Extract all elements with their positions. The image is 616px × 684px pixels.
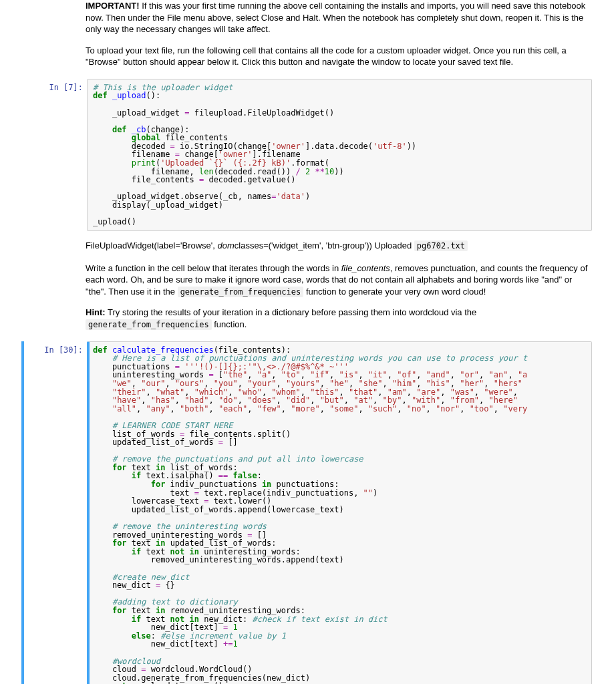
md-code: generate_from_frequencies (86, 319, 212, 330)
uploaded-filename: pg6702.txt (414, 240, 468, 251)
md-paragraph: Hint: Try storing the results of your it… (86, 307, 589, 330)
cell-body[interactable]: # This is the uploader widget def _uploa… (87, 79, 592, 231)
output-text: FileUploadWidget(label='Browse', (86, 240, 218, 250)
markdown-instructions: Write a function in the cell below that … (86, 263, 589, 331)
cell-prompt: In [30]: (24, 341, 87, 684)
code-content[interactable]: def calculate_frequencies(file_contents)… (93, 346, 586, 684)
markdown-important: IMPORTANT! If this was your first time r… (86, 0, 589, 68)
output-em: dom (218, 240, 235, 250)
md-text: function. (212, 319, 247, 329)
notebook-page: IMPORTANT! If this was your first time r… (0, 0, 616, 684)
md-text: function to generate your very own word … (303, 287, 486, 297)
code-cell-30: In [30]: def calculate_frequencies(file_… (24, 341, 592, 684)
md-em: file_contents (341, 263, 390, 273)
md-paragraph: IMPORTANT! If this was your first time r… (86, 0, 589, 35)
md-text: Write a function in the cell below that … (86, 263, 341, 273)
output-text: classes=('widget_item', 'btn-group')) Up… (235, 240, 414, 250)
code-content[interactable]: # This is the uploader widget def _uploa… (93, 83, 586, 226)
md-paragraph: Write a function in the cell below that … (86, 263, 589, 298)
md-text: If this was your first time running the … (86, 1, 585, 34)
md-text: Try storing the results of your iteratio… (106, 307, 477, 317)
cell-body[interactable]: def calculate_frequencies(file_contents)… (87, 341, 592, 684)
cell-output: FileUploadWidget(label='Browse', domclas… (86, 240, 589, 250)
hint-label: Hint: (86, 307, 106, 317)
code-cell-7: In [7]: # This is the uploader widget de… (24, 79, 592, 231)
cell-prompt: In [7]: (24, 79, 87, 231)
important-label: IMPORTANT! (86, 1, 140, 11)
md-code: generate_from_frequencies (178, 287, 304, 297)
md-paragraph: To upload your text file, run the follow… (86, 45, 589, 68)
